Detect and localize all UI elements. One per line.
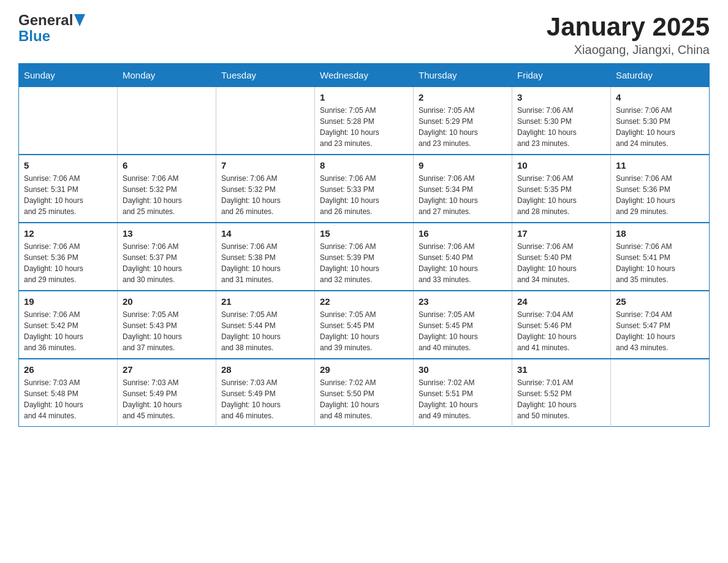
day-number: 2 — [419, 92, 507, 102]
calendar-cell: 25Sunrise: 7:04 AMSunset: 5:47 PMDayligh… — [611, 291, 710, 359]
day-number: 26 — [24, 364, 112, 375]
weekday-header-row: Sunday Monday Tuesday Wednesday Thursday… — [19, 64, 710, 87]
day-info: Sunrise: 7:01 AMSunset: 5:52 PMDaylight:… — [517, 377, 605, 421]
calendar-title: January 2025 — [547, 12, 710, 42]
day-info: Sunrise: 7:06 AMSunset: 5:39 PMDaylight:… — [320, 241, 408, 285]
day-number: 14 — [221, 228, 309, 239]
calendar-header: Sunday Monday Tuesday Wednesday Thursday… — [19, 64, 710, 87]
calendar-cell: 12Sunrise: 7:06 AMSunset: 5:36 PMDayligh… — [19, 223, 118, 291]
calendar-cell: 9Sunrise: 7:06 AMSunset: 5:34 PMDaylight… — [414, 155, 512, 223]
calendar-cell: 1Sunrise: 7:05 AMSunset: 5:28 PMDaylight… — [315, 87, 414, 155]
calendar-cell: 3Sunrise: 7:06 AMSunset: 5:30 PMDaylight… — [512, 87, 611, 155]
day-info: Sunrise: 7:05 AMSunset: 5:45 PMDaylight:… — [320, 309, 408, 353]
day-number: 22 — [320, 296, 408, 307]
header-friday: Friday — [512, 64, 611, 87]
day-number: 7 — [221, 160, 309, 170]
calendar-week-row: 26Sunrise: 7:03 AMSunset: 5:48 PMDayligh… — [19, 359, 710, 427]
day-number: 5 — [24, 160, 112, 170]
day-number: 21 — [221, 296, 309, 307]
header-sunday: Sunday — [19, 64, 118, 87]
calendar-week-row: 12Sunrise: 7:06 AMSunset: 5:36 PMDayligh… — [19, 223, 710, 291]
day-number: 31 — [517, 364, 605, 375]
calendar-cell: 22Sunrise: 7:05 AMSunset: 5:45 PMDayligh… — [315, 291, 414, 359]
calendar-cell — [19, 87, 118, 155]
calendar-cell: 15Sunrise: 7:06 AMSunset: 5:39 PMDayligh… — [315, 223, 414, 291]
day-number: 10 — [517, 160, 605, 170]
calendar-week-row: 5Sunrise: 7:06 AMSunset: 5:31 PMDaylight… — [19, 155, 710, 223]
calendar-cell: 14Sunrise: 7:06 AMSunset: 5:38 PMDayligh… — [216, 223, 315, 291]
day-info: Sunrise: 7:06 AMSunset: 5:37 PMDaylight:… — [123, 241, 211, 285]
calendar-cell: 19Sunrise: 7:06 AMSunset: 5:42 PMDayligh… — [19, 291, 118, 359]
calendar-subtitle: Xiaogang, Jiangxi, China — [547, 43, 710, 57]
logo-wordmark: General Blue — [18, 12, 85, 45]
day-number: 16 — [419, 228, 507, 239]
day-info: Sunrise: 7:05 AMSunset: 5:29 PMDaylight:… — [419, 105, 507, 149]
calendar-cell: 2Sunrise: 7:05 AMSunset: 5:29 PMDaylight… — [414, 87, 512, 155]
calendar-cell: 6Sunrise: 7:06 AMSunset: 5:32 PMDaylight… — [118, 155, 216, 223]
calendar-cell: 20Sunrise: 7:05 AMSunset: 5:43 PMDayligh… — [118, 291, 216, 359]
day-info: Sunrise: 7:05 AMSunset: 5:44 PMDaylight:… — [221, 309, 309, 353]
calendar-cell: 29Sunrise: 7:02 AMSunset: 5:50 PMDayligh… — [315, 359, 414, 427]
day-number: 4 — [616, 92, 704, 102]
header-monday: Monday — [118, 64, 216, 87]
logo-triangle-icon — [74, 14, 85, 26]
day-info: Sunrise: 7:04 AMSunset: 5:46 PMDaylight:… — [517, 309, 605, 353]
calendar-cell: 28Sunrise: 7:03 AMSunset: 5:49 PMDayligh… — [216, 359, 315, 427]
calendar-cell: 30Sunrise: 7:02 AMSunset: 5:51 PMDayligh… — [414, 359, 512, 427]
calendar-cell — [216, 87, 315, 155]
day-info: Sunrise: 7:06 AMSunset: 5:32 PMDaylight:… — [123, 173, 211, 217]
day-number: 1 — [320, 92, 408, 102]
day-info: Sunrise: 7:06 AMSunset: 5:35 PMDaylight:… — [517, 173, 605, 217]
day-number: 11 — [616, 160, 704, 170]
day-info: Sunrise: 7:05 AMSunset: 5:45 PMDaylight:… — [419, 309, 507, 353]
calendar-body: 1Sunrise: 7:05 AMSunset: 5:28 PMDaylight… — [19, 87, 710, 427]
day-number: 25 — [616, 296, 704, 307]
calendar-week-row: 1Sunrise: 7:05 AMSunset: 5:28 PMDaylight… — [19, 87, 710, 155]
day-number: 3 — [517, 92, 605, 102]
header-saturday: Saturday — [611, 64, 710, 87]
header-wednesday: Wednesday — [315, 64, 414, 87]
day-number: 17 — [517, 228, 605, 239]
day-number: 19 — [24, 296, 112, 307]
logo-general-text: General — [18, 12, 73, 28]
day-info: Sunrise: 7:02 AMSunset: 5:51 PMDaylight:… — [419, 377, 507, 421]
calendar-cell: 18Sunrise: 7:06 AMSunset: 5:41 PMDayligh… — [611, 223, 710, 291]
day-number: 12 — [24, 228, 112, 239]
day-info: Sunrise: 7:06 AMSunset: 5:38 PMDaylight:… — [221, 241, 309, 285]
day-info: Sunrise: 7:04 AMSunset: 5:47 PMDaylight:… — [616, 309, 704, 353]
day-info: Sunrise: 7:06 AMSunset: 5:42 PMDaylight:… — [24, 309, 112, 353]
day-info: Sunrise: 7:06 AMSunset: 5:36 PMDaylight:… — [24, 241, 112, 285]
calendar-week-row: 19Sunrise: 7:06 AMSunset: 5:42 PMDayligh… — [19, 291, 710, 359]
logo-blue-text: Blue — [18, 28, 50, 44]
day-number: 27 — [123, 364, 211, 375]
day-info: Sunrise: 7:06 AMSunset: 5:31 PMDaylight:… — [24, 173, 112, 217]
header-thursday: Thursday — [414, 64, 512, 87]
title-block: January 2025 Xiaogang, Jiangxi, China — [547, 12, 710, 57]
calendar-cell — [118, 87, 216, 155]
calendar-cell — [611, 359, 710, 427]
day-info: Sunrise: 7:06 AMSunset: 5:34 PMDaylight:… — [419, 173, 507, 217]
logo: General Blue — [18, 12, 85, 45]
svg-marker-0 — [74, 14, 85, 26]
day-number: 13 — [123, 228, 211, 239]
calendar-cell: 4Sunrise: 7:06 AMSunset: 5:30 PMDaylight… — [611, 87, 710, 155]
day-number: 28 — [221, 364, 309, 375]
day-info: Sunrise: 7:05 AMSunset: 5:43 PMDaylight:… — [123, 309, 211, 353]
calendar-cell: 11Sunrise: 7:06 AMSunset: 5:36 PMDayligh… — [611, 155, 710, 223]
day-info: Sunrise: 7:06 AMSunset: 5:30 PMDaylight:… — [517, 105, 605, 149]
calendar-cell: 7Sunrise: 7:06 AMSunset: 5:32 PMDaylight… — [216, 155, 315, 223]
day-number: 9 — [419, 160, 507, 170]
calendar-cell: 13Sunrise: 7:06 AMSunset: 5:37 PMDayligh… — [118, 223, 216, 291]
day-number: 18 — [616, 228, 704, 239]
calendar-cell: 17Sunrise: 7:06 AMSunset: 5:40 PMDayligh… — [512, 223, 611, 291]
header-tuesday: Tuesday — [216, 64, 315, 87]
calendar-cell: 5Sunrise: 7:06 AMSunset: 5:31 PMDaylight… — [19, 155, 118, 223]
day-number: 8 — [320, 160, 408, 170]
calendar-cell: 16Sunrise: 7:06 AMSunset: 5:40 PMDayligh… — [414, 223, 512, 291]
day-number: 20 — [123, 296, 211, 307]
calendar-cell: 27Sunrise: 7:03 AMSunset: 5:49 PMDayligh… — [118, 359, 216, 427]
calendar-table: Sunday Monday Tuesday Wednesday Thursday… — [18, 63, 710, 427]
day-number: 30 — [419, 364, 507, 375]
day-info: Sunrise: 7:06 AMSunset: 5:40 PMDaylight:… — [517, 241, 605, 285]
day-info: Sunrise: 7:03 AMSunset: 5:48 PMDaylight:… — [24, 377, 112, 421]
